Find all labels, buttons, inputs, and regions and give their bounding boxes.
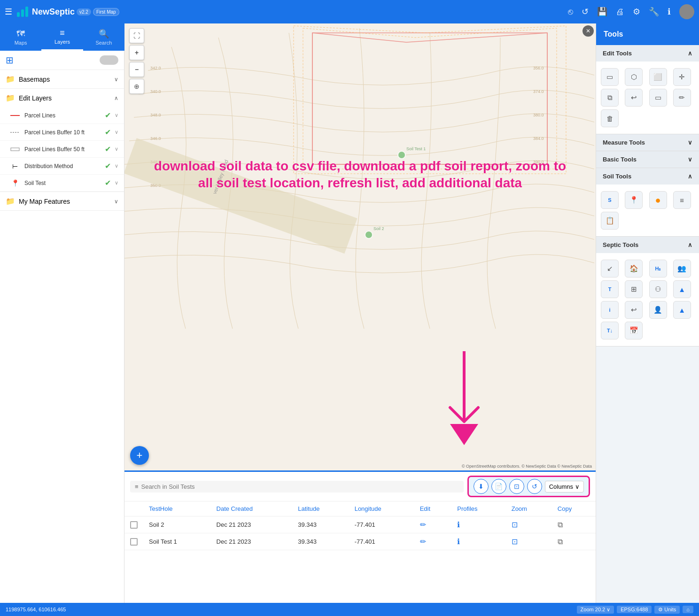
epsg-badge[interactable]: EPSG:6488 bbox=[617, 606, 652, 613]
septic-t-tool[interactable]: T bbox=[601, 280, 619, 298]
search-input[interactable] bbox=[141, 483, 459, 490]
row1-edit-button[interactable]: ✏ bbox=[420, 520, 426, 529]
map-close-button[interactable]: ✕ bbox=[582, 25, 594, 37]
septic-h2-tool[interactable]: H₂ bbox=[649, 260, 667, 277]
info-icon[interactable]: ℹ bbox=[668, 7, 671, 17]
undo-tool[interactable]: ↩ bbox=[625, 89, 643, 107]
download-csv-button[interactable]: ⬇ bbox=[474, 479, 489, 494]
download-pdf-button[interactable]: 📄 bbox=[491, 479, 506, 494]
svg-text:346.0: 346.0 bbox=[150, 136, 161, 141]
row2-copy-button[interactable]: ⧉ bbox=[558, 538, 563, 546]
parcel-lines-toggle[interactable]: ✔ bbox=[105, 111, 111, 120]
septic-house-tool[interactable]: 🏠 bbox=[625, 260, 643, 277]
soil-test-toggle[interactable]: ✔ bbox=[105, 178, 111, 187]
user-avatar[interactable] bbox=[679, 4, 694, 19]
septic-tools-header[interactable]: Septic Tools ∧ bbox=[596, 237, 699, 253]
soil-clipboard-tool[interactable]: 📋 bbox=[601, 212, 619, 230]
soil-test-chevron[interactable]: ∨ bbox=[115, 180, 118, 186]
zoom-out-button[interactable]: − bbox=[129, 62, 144, 77]
septic-tsub-tool[interactable]: T↓ bbox=[601, 322, 619, 339]
home-badge[interactable]: ⌂ bbox=[683, 606, 693, 613]
th-latitude[interactable]: Latitude bbox=[292, 501, 349, 516]
save-icon[interactable]: 💾 bbox=[597, 7, 607, 17]
refresh-list-button[interactable]: ↺ bbox=[527, 479, 542, 494]
copy-tool[interactable]: ⧉ bbox=[601, 89, 619, 107]
select-rect-tool[interactable]: ▭ bbox=[601, 68, 619, 86]
nav-search[interactable]: 🔍 Search bbox=[83, 23, 124, 51]
add-feature-button[interactable]: + bbox=[130, 446, 149, 465]
th-date-created[interactable]: Date Created bbox=[211, 501, 293, 516]
septic-users-tool[interactable]: 👥 bbox=[673, 260, 691, 277]
row2-zoom-cell: ⊡ bbox=[506, 533, 552, 550]
svg-text:348.0: 348.0 bbox=[150, 113, 161, 117]
septic-info-tool[interactable]: i bbox=[601, 301, 619, 319]
basic-tools-header[interactable]: Basic Tools ∨ bbox=[596, 151, 699, 168]
parcel-lines-name: Parcel Lines bbox=[24, 112, 101, 119]
measure-tools-header[interactable]: Measure Tools ∨ bbox=[596, 134, 699, 151]
map-area[interactable]: 342.0 340.0 348.0 346.0 348.0 350.0 356.… bbox=[124, 23, 596, 470]
row1-checkbox[interactable] bbox=[130, 521, 138, 529]
move-tool[interactable]: ✛ bbox=[673, 68, 691, 86]
toggle-switch[interactable] bbox=[100, 55, 118, 65]
tools-icon[interactable]: 🔧 bbox=[649, 7, 659, 17]
units-badge[interactable]: ⚙ Units bbox=[654, 606, 680, 614]
row2-zoom-button[interactable]: ⊡ bbox=[512, 537, 518, 546]
row2-checkbox[interactable] bbox=[130, 538, 138, 546]
search-box: ≡ bbox=[130, 481, 464, 493]
soil-circle-tool[interactable]: ● bbox=[649, 191, 667, 209]
print-icon[interactable]: 🖨 bbox=[616, 7, 624, 17]
layer-distribution-method: ⊢ Distribution Method ✔ ∨ bbox=[0, 158, 124, 175]
hamburger-menu[interactable]: ☰ bbox=[5, 7, 12, 17]
my-map-features-header[interactable]: 📁 My Map Features ∨ bbox=[0, 192, 124, 210]
septic-grid-tool[interactable]: ⊞ bbox=[625, 280, 643, 298]
row1-edit-cell: ✏ bbox=[414, 516, 452, 533]
soil-tools-header[interactable]: Soil Tools ∧ bbox=[596, 168, 699, 185]
septic-cal-tool[interactable]: 📅 bbox=[625, 322, 643, 339]
distribution-method-toggle[interactable]: ✔ bbox=[105, 162, 111, 170]
row2-profiles-button[interactable]: ℹ bbox=[457, 537, 460, 546]
edit-tools-header[interactable]: Edit Tools ∧ bbox=[596, 45, 699, 62]
parcel-buffer-10-chevron[interactable]: ∨ bbox=[115, 129, 118, 135]
share-icon[interactable]: ⎋ bbox=[568, 7, 573, 17]
th-longitude[interactable]: Longitude bbox=[349, 501, 414, 516]
select-box-tool[interactable]: ⬜ bbox=[649, 68, 667, 86]
delete-tool[interactable]: 🗑 bbox=[601, 109, 619, 127]
my-map-features-title: My Map Features bbox=[19, 198, 110, 205]
soil-s-tool[interactable]: S bbox=[601, 191, 619, 209]
refresh-icon[interactable]: ↺ bbox=[582, 7, 589, 17]
soil-list-tool[interactable]: ≡ bbox=[673, 191, 691, 209]
septic-flow-tool[interactable]: ↙ bbox=[601, 260, 619, 277]
table-row: Soil 2 Dec 21 2023 39.343 -77.401 ✏ ℹ bbox=[124, 516, 596, 533]
fullscreen-button[interactable]: ⛶ bbox=[129, 28, 144, 43]
row1-profiles-button[interactable]: ℹ bbox=[457, 520, 460, 529]
row2-edit-button[interactable]: ✏ bbox=[420, 537, 426, 546]
th-testhole[interactable]: TestHole bbox=[143, 501, 211, 516]
nav-layers[interactable]: ≡ Layers bbox=[41, 23, 83, 51]
columns-dropdown[interactable]: Columns ∨ bbox=[545, 481, 584, 493]
parcel-buffer-10-toggle[interactable]: ✔ bbox=[105, 128, 111, 137]
soil-pin-tool[interactable]: 📍 bbox=[625, 191, 643, 209]
edit-rect-tool[interactable]: ▭ bbox=[649, 89, 667, 107]
parcel-buffer-50-chevron[interactable]: ∨ bbox=[115, 146, 118, 152]
septic-person-tool[interactable]: 👤 bbox=[649, 301, 667, 319]
septic-up-tool[interactable]: ▲ bbox=[673, 301, 691, 319]
zoom-in-button[interactable]: + bbox=[129, 45, 144, 60]
parcel-buffer-50-toggle[interactable]: ✔ bbox=[105, 145, 111, 154]
basemaps-header[interactable]: 📁 Basemaps ∨ bbox=[0, 70, 124, 88]
app-name: NewSeptic bbox=[32, 7, 75, 17]
edit-pen-tool[interactable]: ✏ bbox=[673, 89, 691, 107]
edit-layers-header[interactable]: 📁 Edit Layers ∧ bbox=[0, 89, 124, 107]
distribution-method-chevron[interactable]: ∨ bbox=[115, 163, 118, 169]
zoom-badge[interactable]: Zoom 20.2 ∨ bbox=[577, 606, 614, 614]
nav-maps[interactable]: 🗺 Maps bbox=[0, 23, 41, 51]
septic-dist-tool[interactable]: ⚇ bbox=[649, 280, 667, 298]
row1-zoom-button[interactable]: ⊡ bbox=[512, 520, 518, 529]
septic-triangle-tool[interactable]: ▲ bbox=[673, 280, 691, 298]
settings-icon[interactable]: ⚙ bbox=[633, 7, 640, 17]
zoom-all-button[interactable]: ⊡ bbox=[509, 479, 524, 494]
parcel-lines-chevron[interactable]: ∨ bbox=[115, 112, 118, 118]
row1-copy-button[interactable]: ⧉ bbox=[558, 521, 563, 529]
locate-button[interactable]: ⊕ bbox=[129, 79, 144, 94]
septic-turn-tool[interactable]: ↩ bbox=[625, 301, 643, 319]
select-poly-tool[interactable]: ⬡ bbox=[625, 68, 643, 86]
